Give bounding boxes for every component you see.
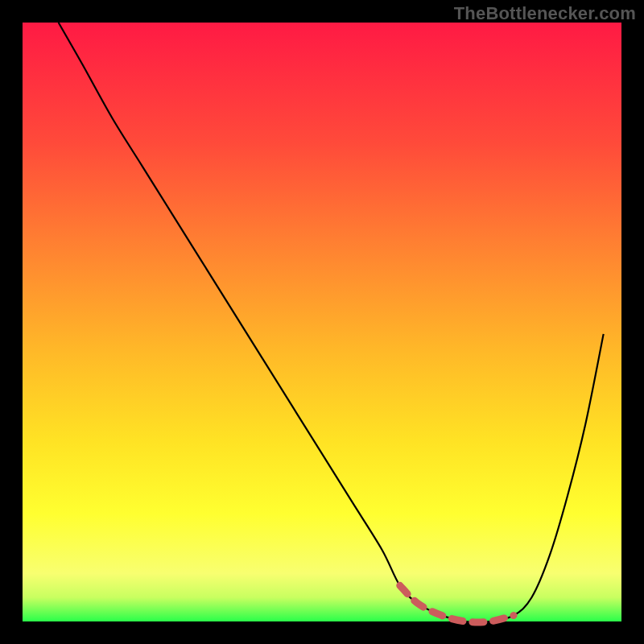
gradient-plot-background (23, 23, 621, 621)
watermark-label: TheBottlenecker.com (454, 3, 636, 24)
bottleneck-chart (0, 0, 644, 644)
chart-container: TheBottlenecker.com (0, 0, 644, 644)
